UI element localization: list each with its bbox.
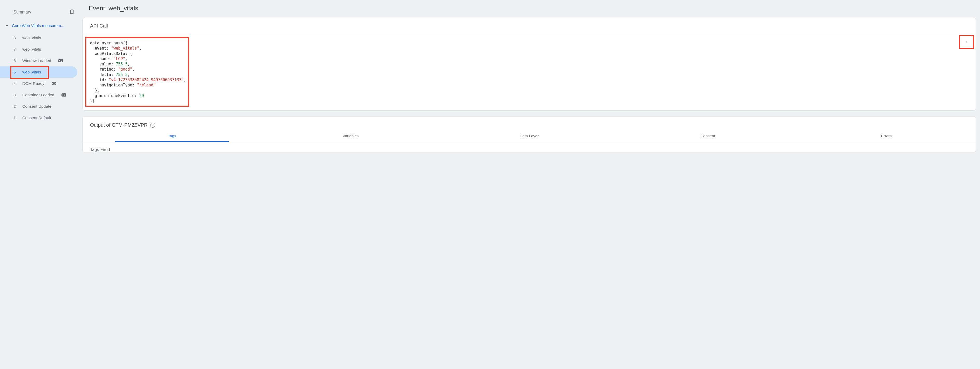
event-num: 2	[13, 104, 17, 109]
event-item-1[interactable]: 1 Consent Default	[0, 112, 77, 124]
event-label: Window Loaded	[22, 58, 51, 63]
main-panel: Event: web_vitals API Call dataLayer.pus…	[80, 0, 980, 369]
event-item-5[interactable]: 5 web_vitals	[0, 67, 77, 78]
event-num: 3	[13, 93, 17, 97]
chevron-down-icon	[6, 24, 8, 27]
code-badge-icon	[52, 82, 56, 85]
event-num: 5	[13, 70, 17, 75]
help-icon[interactable]: ?	[150, 123, 155, 128]
tab-consent[interactable]: Consent	[619, 130, 797, 142]
event-label: web_vitals	[22, 47, 41, 52]
tab-errors[interactable]: Errors	[797, 130, 975, 142]
event-num: 4	[13, 81, 17, 86]
tab-tags[interactable]: Tags	[83, 130, 261, 142]
sidebar: Summary Core Web Vitals measurem... 8 we…	[0, 0, 80, 369]
collapse-button[interactable]	[959, 35, 974, 49]
event-num: 7	[13, 47, 17, 52]
summary-header: Summary	[0, 7, 80, 17]
event-list: 8 web_vitals 7 web_vitals 6 Window Loade…	[0, 32, 80, 124]
event-num: 6	[13, 58, 17, 63]
event-title: Event: web_vitals	[89, 5, 976, 12]
event-label: Consent Update	[22, 104, 51, 109]
code-badge-icon	[58, 59, 63, 62]
api-call-code: dataLayer.push({ event: "web_vitals", we…	[90, 40, 185, 103]
event-num: 1	[13, 116, 17, 120]
event-label: Container Loaded	[22, 93, 54, 97]
event-label: DOM Ready	[22, 81, 45, 86]
tab-variables[interactable]: Variables	[261, 130, 440, 142]
api-call-code-highlight: dataLayer.push({ event: "web_vitals", we…	[85, 37, 189, 107]
event-item-7[interactable]: 7 web_vitals	[0, 44, 77, 55]
api-call-card: API Call dataLayer.push({ event: "web_vi…	[83, 17, 976, 111]
sidebar-group-title: Core Web Vitals measurem...	[12, 23, 64, 28]
api-call-header: API Call	[83, 18, 975, 34]
event-item-8[interactable]: 8 web_vitals	[0, 32, 77, 44]
output-tabs: Tags Variables Data Layer Consent Errors	[83, 130, 975, 142]
tab-data-layer[interactable]: Data Layer	[440, 130, 618, 142]
event-label: Consent Default	[22, 116, 51, 120]
code-badge-icon	[62, 94, 66, 97]
tags-fired-heading: Tags Fired	[83, 142, 975, 152]
clear-all-icon[interactable]	[69, 9, 75, 16]
event-item-4[interactable]: 4 DOM Ready	[0, 78, 77, 89]
output-card: Output of GTM-PMZ5VPR ? Tags Variables D…	[83, 116, 976, 152]
event-item-2[interactable]: 2 Consent Update	[0, 101, 77, 112]
chevron-up-icon	[964, 40, 969, 45]
sidebar-group[interactable]: Core Web Vitals measurem...	[0, 21, 80, 30]
event-item-3[interactable]: 3 Container Loaded	[0, 89, 77, 101]
summary-label: Summary	[13, 10, 31, 14]
event-num: 8	[13, 35, 17, 40]
output-header: Output of GTM-PMZ5VPR	[90, 122, 148, 128]
event-label: web_vitals	[22, 70, 41, 75]
event-item-6[interactable]: 6 Window Loaded	[0, 55, 77, 67]
event-label: web_vitals	[22, 35, 41, 40]
